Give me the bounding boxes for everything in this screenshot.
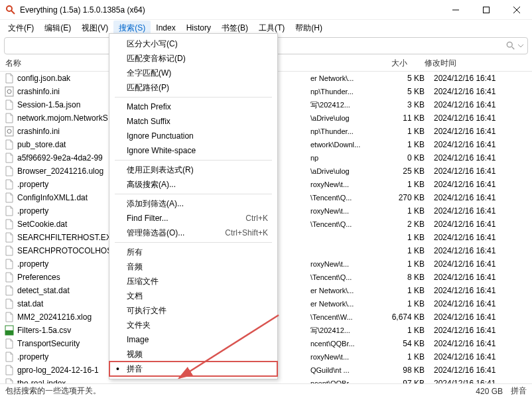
menu-视图v[interactable]: 视图(V) <box>76 21 113 36</box>
file-date: 2024/12/16 16:41 <box>434 153 529 163</box>
menu-文件f[interactable]: 文件(F) <box>3 21 39 36</box>
file-path: roxyNew\t... <box>310 180 383 188</box>
file-icon <box>4 139 15 150</box>
menu-item-label: Image <box>127 335 149 344</box>
file-icon <box>4 325 15 336</box>
file-date: 2024/12/16 16:41 <box>434 233 529 242</box>
file-date: 2024/12/16 16:41 <box>434 326 529 335</box>
file-icon <box>4 166 15 176</box>
menu-帮助h[interactable]: 帮助(H) <box>290 21 328 36</box>
menu-item-a[interactable]: 高级搜索(A)... <box>109 177 277 192</box>
menu-item-label: 高级搜索(A)... <box>127 179 176 190</box>
file-path: ncent\QQBr... <box>310 340 383 348</box>
file-icon <box>4 126 15 137</box>
menu-item-[interactable]: 视频 <box>109 347 277 362</box>
file-size: 1 KB <box>383 180 434 189</box>
file-size: 54 KB <box>383 339 434 348</box>
file-icon <box>4 285 15 296</box>
file-date: 2024/12/16 16:41 <box>434 127 529 136</box>
minimize-button[interactable] <box>440 0 471 20</box>
menu-item-a[interactable]: 添加到筛选(A)... <box>109 196 277 211</box>
menu-item-w[interactable]: 全字匹配(W) <box>109 66 277 80</box>
file-size: 1 KB <box>383 352 434 362</box>
file-icon <box>4 86 15 97</box>
file-path: 写\202412... <box>310 100 383 110</box>
file-size: 270 KB <box>383 193 434 202</box>
status-text: 包括搜索的一些选项开关。 <box>5 385 468 397</box>
menu-item-matchsuffix[interactable]: Match Suffix <box>109 114 277 129</box>
menu-item-label: 压缩文件 <box>127 276 159 287</box>
close-button[interactable] <box>501 0 532 20</box>
file-icon <box>4 259 15 269</box>
menu-item-findfilter[interactable]: Find Filter...Ctrl+K <box>109 211 277 226</box>
titlebar: Everything (1.5a) 1.5.0.1385a (x64) <box>0 0 532 20</box>
menu-item-r[interactable]: 使用正则表达式(R) <box>109 163 277 177</box>
menu-item-[interactable]: 所有 <box>109 245 277 259</box>
svg-rect-10 <box>5 127 13 136</box>
menu-item-label: 区分大小写(C) <box>127 38 178 50</box>
search-dropdown-icon[interactable] <box>518 43 523 48</box>
file-date: 2024/12/16 16:41 <box>434 286 529 295</box>
file-path: np\Thunder... <box>310 88 383 96</box>
file-path: \aDrive\ulog <box>310 167 383 175</box>
file-date: 2024/12/16 16:41 <box>434 299 529 308</box>
file-path: er Network\... <box>310 287 383 295</box>
svg-point-0 <box>7 6 12 11</box>
file-size: 97 KB <box>383 379 434 383</box>
menu-item-shortcut: Ctrl+K <box>245 214 268 223</box>
menu-编辑e[interactable]: 编辑(E) <box>39 21 76 36</box>
svg-rect-3 <box>484 7 490 13</box>
file-icon <box>4 378 15 383</box>
file-date: 2024/12/16 16:41 <box>434 87 529 96</box>
file-name: the-real-index <box>17 379 310 383</box>
file-icon <box>4 245 15 256</box>
file-path: etwork\Downl... <box>310 141 383 149</box>
column-size[interactable]: 大小 <box>367 58 421 69</box>
file-icon <box>4 232 15 243</box>
file-path: er Network\... <box>310 300 383 308</box>
menu-item-[interactable]: 拼音 <box>109 362 277 376</box>
maximize-button[interactable] <box>471 0 501 20</box>
file-icon <box>4 312 15 322</box>
file-size: 1 KB <box>383 259 434 269</box>
file-path: \Tencent\Q... <box>310 220 383 228</box>
menu-item-d[interactable]: 匹配变音标记(D) <box>109 51 277 66</box>
menu-item-ignorepunctuation[interactable]: Ignore Punctuation <box>109 129 277 143</box>
menu-item-ignorewhitespace[interactable]: Ignore White-space <box>109 143 277 158</box>
menu-item-[interactable]: 压缩文件 <box>109 274 277 289</box>
menu-item-matchprefix[interactable]: Match Prefix <box>109 100 277 114</box>
menu-item-shortcut: Ctrl+Shift+K <box>225 228 268 237</box>
column-date[interactable]: 修改时间 <box>421 58 520 69</box>
menu-item-image[interactable]: Image <box>109 332 277 347</box>
file-size: 25 KB <box>383 166 434 176</box>
menu-item-label: 视频 <box>127 349 143 360</box>
menu-item-p[interactable]: 匹配路径(P) <box>109 80 277 95</box>
file-date: 2024/12/16 16:41 <box>434 365 529 375</box>
file-date: 2024/12/16 16:41 <box>434 206 529 216</box>
menu-item-o[interactable]: 管理筛选器(O)...Ctrl+Shift+K <box>109 226 277 240</box>
file-icon <box>4 219 15 230</box>
file-icon <box>4 153 15 163</box>
file-icon <box>4 298 15 309</box>
menu-history[interactable]: History <box>181 21 216 34</box>
menu-item-c[interactable]: 区分大小写(C) <box>109 36 277 51</box>
menu-item-label: 拼音 <box>127 364 143 375</box>
svg-line-1 <box>11 11 15 14</box>
file-path: \Tencent\Q... <box>310 194 383 202</box>
menu-item-[interactable]: 文件夹 <box>109 318 277 332</box>
file-size: 5 KB <box>383 74 434 83</box>
menu-index[interactable]: Index <box>151 21 180 34</box>
menu-item-[interactable]: 文档 <box>109 289 277 303</box>
file-icon <box>4 272 15 283</box>
menu-item-[interactable]: 可执行文件 <box>109 303 277 318</box>
file-size: 1 KB <box>383 127 434 136</box>
file-size: 1 KB <box>383 206 434 216</box>
menu-item-label: 匹配变音标记(D) <box>127 53 186 64</box>
search-icon[interactable] <box>506 41 515 50</box>
menu-item-label: 文件夹 <box>127 320 151 331</box>
svg-rect-8 <box>5 87 13 96</box>
file-path: \aDrive\ulog <box>310 114 383 122</box>
file-path: 写\202412... <box>310 326 383 336</box>
svg-line-7 <box>512 47 515 50</box>
menu-item-[interactable]: 音频 <box>109 259 277 274</box>
